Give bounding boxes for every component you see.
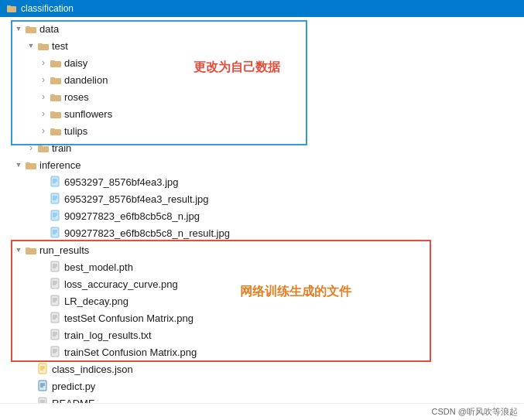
label-roses: roses <box>64 91 89 103</box>
folder-icon-data <box>25 22 37 35</box>
tree-item-loss-curve[interactable]: loss_accuracy_curve.png <box>0 275 524 292</box>
svg-rect-3 <box>26 26 30 28</box>
arrow-dandelion: › <box>37 73 50 86</box>
arrow-best-model <box>37 261 50 273</box>
svg-rect-37 <box>26 248 30 249</box>
tree-item-inference[interactable]: ▼ inference <box>0 156 524 173</box>
tree-item-img3[interactable]: 909277823_e6fb8cb5c8_n.jpg <box>0 207 524 224</box>
folder-icon-tulips <box>50 125 62 137</box>
tree-item-daisy[interactable]: › daisy <box>0 54 524 71</box>
arrow-roses: › <box>37 90 50 103</box>
svg-rect-1 <box>7 5 11 7</box>
file-icon-img1 <box>50 176 62 188</box>
file-icon-best-model <box>50 261 62 273</box>
arrow-lr-decay <box>37 295 50 307</box>
label-best-model: best_model.pth <box>64 261 133 273</box>
svg-rect-12 <box>50 112 61 118</box>
svg-rect-15 <box>50 128 55 130</box>
file-icon-img2 <box>50 193 62 205</box>
file-icon-lr-decay <box>50 295 62 307</box>
label-img1: 6953297_8576bf4ea3.jpg <box>64 176 178 188</box>
tree-panel: 更改为自己数据 网络训练生成的文件 ▼ data ▼ test › <box>0 17 524 403</box>
arrow-run-results: ▼ <box>12 244 25 256</box>
tree-item-test-confusion[interactable]: testSet Confusion Matrix.png <box>0 309 524 326</box>
folder-icon-inference <box>25 159 37 171</box>
svg-rect-10 <box>50 95 61 101</box>
label-test-confusion: testSet Confusion Matrix.png <box>64 312 194 324</box>
label-img3: 909277823_e6fb8cb5c8_n.jpg <box>64 210 200 222</box>
svg-rect-18 <box>26 163 36 169</box>
label-class-indices: class_indices.json <box>52 364 133 375</box>
tree-item-train-log[interactable]: train_log_results.txt <box>0 326 524 343</box>
file-icon-train-confusion <box>50 346 62 358</box>
tree-item-run-results[interactable]: ▼ run_results <box>0 241 524 258</box>
folder-icon-daisy <box>50 56 62 69</box>
title-label: classification <box>21 3 74 14</box>
arrow-daisy: › <box>37 56 50 69</box>
folder-icon-train <box>37 142 50 154</box>
label-readme: README <box>52 398 95 404</box>
tree-item-data[interactable]: ▼ data <box>0 20 524 37</box>
arrow-sunflowers: › <box>37 108 50 120</box>
folder-icon-test <box>37 39 50 52</box>
tree-item-tulips[interactable]: › tulips <box>0 122 524 139</box>
title-bar: classification <box>0 0 524 17</box>
tree-item-roses[interactable]: › roses <box>0 88 524 105</box>
folder-icon-run-results <box>25 244 37 256</box>
label-train-folder: train <box>52 142 71 154</box>
credit-label: CSDN @听风吹等浪起 <box>432 406 518 418</box>
svg-rect-16 <box>38 146 49 152</box>
file-icon-readme <box>37 397 50 403</box>
arrow-readme <box>25 397 37 403</box>
svg-rect-36 <box>26 248 36 254</box>
svg-rect-19 <box>26 162 30 164</box>
file-icon-train-log <box>50 329 62 341</box>
tree-item-img4[interactable]: 909277823_e6fb8cb5c8_n_result.jpg <box>0 224 524 241</box>
arrow-predict <box>25 380 37 392</box>
arrow-img3 <box>37 210 50 222</box>
tree-item-train-confusion[interactable]: trainSet Confusion Matrix.png <box>0 343 524 360</box>
arrow-tulips: › <box>37 125 50 137</box>
label-run-results: run_results <box>39 244 89 256</box>
label-predict: predict.py <box>52 381 95 392</box>
label-img4: 909277823_e6fb8cb5c8_n_result.jpg <box>64 227 230 239</box>
label-train-confusion: trainSet Confusion Matrix.png <box>64 347 197 358</box>
folder-icon-dandelion <box>50 73 62 86</box>
file-icon-img4 <box>50 227 62 239</box>
tree-item-test[interactable]: ▼ test <box>0 37 524 54</box>
tree-item-best-model[interactable]: best_model.pth <box>0 258 524 275</box>
file-icon-test-confusion <box>50 312 62 324</box>
tree-item-predict[interactable]: predict.py <box>0 377 524 394</box>
folder-icon-sunflowers <box>50 108 62 120</box>
tree-item-img1[interactable]: 6953297_8576bf4ea3.jpg <box>0 173 524 190</box>
svg-rect-17 <box>38 145 43 147</box>
arrow-class-indices <box>25 363 37 375</box>
tree-item-sunflowers[interactable]: › sunflowers <box>0 105 524 122</box>
tree-item-img2[interactable]: 6953297_8576bf4ea3_result.jpg <box>0 190 524 207</box>
tree-item-dandelion[interactable]: › dandelion <box>0 71 524 88</box>
label-train-log: train_log_results.txt <box>64 330 152 341</box>
file-icon-loss-curve <box>50 278 62 290</box>
tree-item-class-indices[interactable]: class_indices.json <box>0 360 524 377</box>
bottom-bar: CSDN @听风吹等浪起 <box>0 403 524 420</box>
tree-item-readme[interactable]: README <box>0 394 524 403</box>
arrow-train-folder: › <box>25 142 37 154</box>
arrow-train-log <box>37 329 50 341</box>
file-icon-img3 <box>50 210 62 222</box>
arrow-train-confusion <box>37 346 50 358</box>
svg-rect-14 <box>50 129 61 135</box>
label-loss-curve: loss_accuracy_curve.png <box>64 278 178 290</box>
arrow-img4 <box>37 227 50 239</box>
label-test: test <box>52 40 68 52</box>
svg-rect-9 <box>50 77 55 79</box>
file-icon-predict <box>37 380 50 392</box>
label-img2: 6953297_8576bf4ea3_result.jpg <box>64 193 209 205</box>
folder-icon-roses <box>50 90 62 103</box>
label-inference: inference <box>39 159 80 171</box>
svg-rect-13 <box>50 111 55 113</box>
tree-item-train-folder[interactable]: › train <box>0 139 524 156</box>
arrow-img1 <box>37 176 50 188</box>
label-sunflowers: sunflowers <box>64 108 112 120</box>
label-daisy: daisy <box>64 57 87 69</box>
tree-item-lr-decay[interactable]: LR_decay.png <box>0 292 524 309</box>
